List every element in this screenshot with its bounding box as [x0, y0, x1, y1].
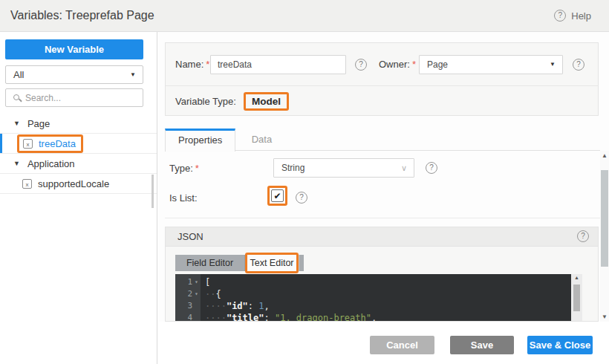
text-editor-button[interactable]: Text Editor	[247, 255, 296, 271]
owner-selected-value: Page	[427, 56, 448, 74]
new-variable-button[interactable]: New Variable	[5, 39, 143, 59]
type-label: Type:*	[169, 163, 199, 174]
chevron-down-icon: ∨	[401, 163, 407, 173]
tree-item-treedata[interactable]: x treeData	[0, 134, 157, 154]
variable-summary-panel: Name:* ? Owner:* Page ▼ ? Variable Type:…	[165, 42, 599, 116]
required-mark: *	[195, 163, 199, 174]
variable-icon: x	[23, 139, 33, 149]
owner-select[interactable]: Page ▼	[419, 55, 563, 74]
section-divider	[165, 218, 600, 218]
tree-group-page[interactable]: ▼ Page	[0, 114, 157, 134]
owner-help-icon[interactable]: ?	[573, 59, 584, 71]
page-title: Variables: Treeprefab Page	[10, 0, 154, 31]
is-list-label: Is List:	[169, 192, 198, 204]
type-help-icon[interactable]: ?	[426, 162, 437, 174]
required-mark: *	[412, 59, 416, 70]
line-number: 1	[187, 276, 192, 288]
type-selected-value: String	[281, 159, 304, 177]
variable-type-label: Variable Type:	[175, 96, 236, 107]
variables-tree: ▼ Page x treeData ▼ Application x suppor…	[0, 114, 157, 194]
sidebar-scrollbar-thumb[interactable]	[152, 175, 154, 208]
content-scrollbar-thumb[interactable]	[601, 170, 608, 267]
scroll-up-icon[interactable]: ▲	[600, 152, 609, 159]
select-arrow-icon: ▼	[130, 71, 136, 78]
json-panel-title: JSON	[178, 227, 203, 246]
detail-tabbar: Properties Data	[165, 129, 600, 151]
json-code-editor[interactable]: 1▾ [ 2▾ ··{ 3 ····"id": 1, 4 ····"title"…	[175, 274, 571, 322]
search-input[interactable]	[25, 90, 137, 105]
filter-selected-value: All	[13, 66, 24, 83]
scroll-down-icon[interactable]: ▼	[600, 313, 609, 320]
variable-filter-select[interactable]: All ▼	[5, 65, 143, 84]
is-list-help-icon[interactable]: ?	[296, 192, 307, 204]
help-icon[interactable]: ?	[554, 10, 566, 22]
editor-mode-toggle: Field Editor Text Editor	[175, 253, 304, 273]
variable-type-value: Model	[252, 96, 281, 107]
tree-group-application[interactable]: ▼ Application	[0, 154, 157, 174]
annotation-highlight: x treeData	[17, 134, 83, 153]
line-number: 2	[187, 288, 192, 300]
tree-group-label: Application	[27, 158, 75, 169]
scroll-up-icon[interactable]: ▲	[571, 275, 582, 280]
json-panel: JSON ? Field Editor Text Editor 1▾ [	[165, 227, 599, 322]
owner-label: Owner:*	[379, 59, 416, 70]
json-panel-header: JSON ?	[166, 227, 598, 247]
save-and-close-button[interactable]: Save & Close	[527, 336, 593, 354]
variables-dialog: Variables: Treeprefab Page ? Help New Va…	[0, 0, 609, 364]
check-icon: ✔	[273, 192, 281, 201]
annotation-highlight: ✔	[267, 186, 287, 206]
tree-item-label: supportedLocale	[38, 178, 109, 189]
variables-sidebar: New Variable All ▼ ▼ Page x treeData ▼ A…	[0, 32, 157, 364]
type-row: Type:* String ∨ ?	[158, 158, 600, 178]
content-scrollbar[interactable]: ▲ ▼	[600, 151, 609, 322]
help-link[interactable]: ? Help	[554, 10, 591, 22]
tab-properties[interactable]: Properties	[165, 129, 235, 152]
field-editor-button[interactable]: Field Editor	[175, 255, 245, 271]
editor-scrollbar[interactable]: ▲	[571, 274, 582, 322]
type-select[interactable]: String ∨	[273, 158, 414, 178]
select-arrow-icon: ▼	[550, 61, 556, 68]
annotation-highlight: Text Editor	[245, 253, 299, 273]
is-list-row: Is List: ✔ ?	[158, 188, 600, 210]
code-line: 3 ····"id": 1,	[175, 300, 571, 312]
editor-scrollbar-thumb[interactable]	[573, 285, 580, 311]
cancel-button[interactable]: Cancel	[370, 336, 434, 354]
variable-icon: x	[22, 179, 32, 189]
is-list-checkbox[interactable]: ✔	[271, 189, 284, 202]
fold-icon[interactable]: ▾	[192, 288, 201, 300]
variable-search[interactable]	[5, 88, 143, 107]
tree-item-supportedlocale[interactable]: x supportedLocale	[0, 174, 157, 194]
tree-item-label: treeData	[39, 138, 76, 149]
code-line: 2▾ ··{	[175, 288, 571, 300]
tab-data[interactable]: Data	[239, 129, 284, 151]
dialog-footer: Cancel Save Save & Close	[158, 322, 609, 364]
variable-detail-panel: Name:* ? Owner:* Page ▼ ? Variable Type:…	[158, 32, 609, 322]
line-number: 4	[187, 312, 192, 322]
json-help-icon[interactable]: ?	[577, 230, 589, 242]
name-field[interactable]	[210, 55, 346, 74]
toggle-end-cap	[299, 255, 304, 271]
caret-down-icon[interactable]: ▼	[13, 120, 20, 127]
save-button[interactable]: Save	[450, 336, 514, 354]
help-label[interactable]: Help	[571, 10, 591, 22]
line-number: 3	[187, 300, 192, 312]
name-help-icon[interactable]: ?	[355, 59, 367, 71]
code-line: 1▾ [	[175, 276, 571, 288]
search-icon	[13, 94, 19, 100]
panel-divider	[166, 85, 598, 86]
annotation-highlight: Model	[244, 92, 289, 111]
code-line: 4 ····"title": "1. dragon-breath",	[175, 312, 571, 322]
tree-group-label: Page	[27, 118, 50, 129]
dialog-header: Variables: Treeprefab Page ? Help	[0, 0, 609, 32]
caret-down-icon[interactable]: ▼	[13, 160, 20, 167]
fold-icon[interactable]: ▾	[192, 276, 201, 288]
